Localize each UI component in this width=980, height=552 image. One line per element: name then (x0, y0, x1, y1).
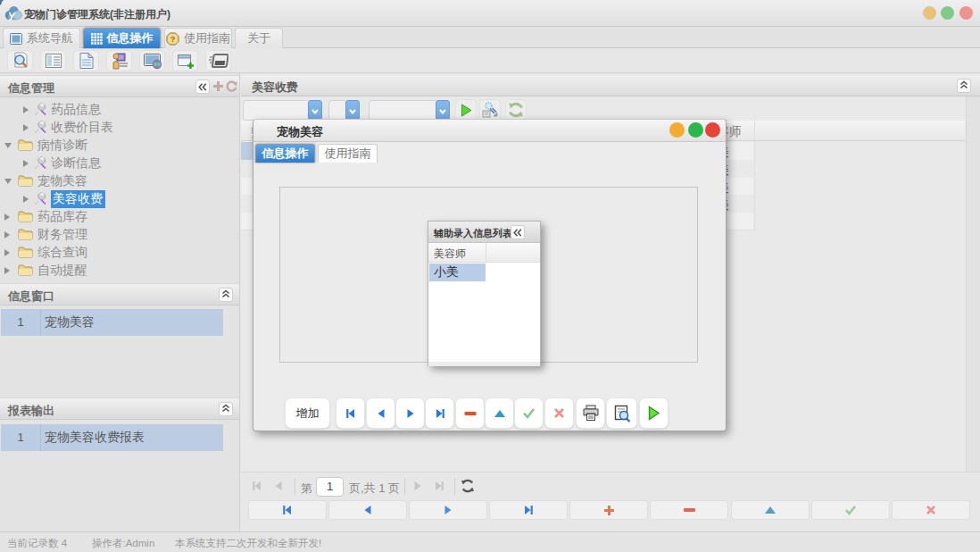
svg-text:?: ? (170, 35, 176, 44)
